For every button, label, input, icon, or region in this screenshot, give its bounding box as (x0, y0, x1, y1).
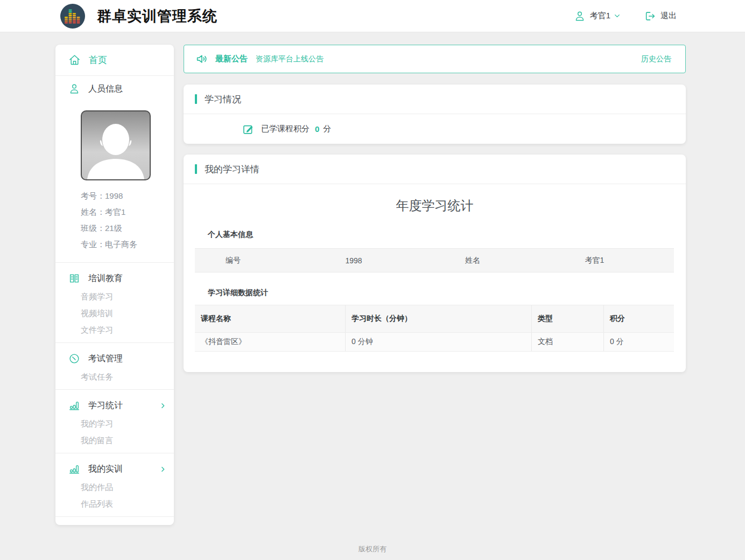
sidebar-item-my-messages[interactable]: 我的留言 (55, 432, 174, 449)
sidebar-item-exam-management[interactable]: 考试管理 (55, 349, 174, 368)
profile-field-id: 考号：1998 (81, 188, 174, 204)
accent-bar (195, 94, 197, 104)
sidebar-item-my-works[interactable]: 我的作品 (55, 479, 174, 495)
sidebar-item-my-learning[interactable]: 我的学习 (55, 415, 174, 432)
menu-label: 学习统计 (88, 400, 123, 411)
learning-detail-title: 我的学习详情 (205, 163, 259, 176)
chevron-right-icon (159, 402, 166, 409)
annual-report-title: 年度学习统计 (184, 197, 686, 214)
sidebar-item-profile[interactable]: 人员信息 (55, 76, 174, 102)
table-header-row: 课程名称 学习时长（分钟） 类型 积分 (195, 305, 674, 332)
credit-value: 0 (315, 124, 319, 134)
speaker-icon (195, 52, 209, 66)
column-header-points: 积分 (604, 305, 674, 332)
logout-button[interactable]: 退出 (644, 10, 677, 22)
learning-detail-header: 我的学习详情 (184, 155, 686, 184)
basic-info-label: 个人基本信息 (208, 230, 674, 240)
history-announcements-link[interactable]: 历史公告 (641, 54, 671, 64)
edit-icon (242, 123, 254, 135)
sidebar-item-my-training[interactable]: 我的实训 (55, 459, 174, 479)
sidebar-item-exam-task[interactable]: 考试任务 (55, 368, 174, 385)
book-icon (68, 272, 80, 284)
profile-field-class: 班级：21级 (81, 220, 174, 236)
table-row: 《抖音雷区》 0 分钟 文档 0 分 (195, 332, 674, 351)
basic-info-cell: 1998 (315, 256, 435, 265)
logout-label: 退出 (660, 11, 677, 21)
sidebar-item-home[interactable]: 首页 (55, 45, 174, 75)
sidebar-section-exam: 考试管理 考试任务 (55, 343, 174, 389)
cell-duration: 0 分钟 (346, 333, 532, 351)
menu-label: 我的实训 (88, 464, 123, 475)
learning-status-body: 已学课程积分 0 分 (184, 114, 686, 144)
latest-announcement-label: 最新公告 (215, 54, 248, 64)
user-menu[interactable]: 考官1 (574, 10, 621, 22)
sidebar-profile-section: 人员信息 考号：1998 姓名：考官1 班级：21级 专业：电子商务 (55, 76, 174, 262)
basic-info-row: 编号 1998 姓名 考官1 (195, 248, 674, 272)
top-header: 群卓实训管理系统 考官1 (0, 0, 745, 32)
column-header-type: 类型 (532, 305, 604, 332)
column-header-duration: 学习时长（分钟） (346, 305, 532, 332)
profile-label: 人员信息 (88, 83, 123, 95)
learning-status-card: 学习情况 已学课程积分 0 分 (184, 85, 686, 144)
page-body: 首页 人员信息 (0, 32, 745, 525)
basic-info-cell: 编号 (195, 256, 315, 265)
cell-type: 文档 (532, 333, 604, 351)
profile-field-name: 姓名：考官1 (81, 204, 174, 220)
sidebar-item-file-learning[interactable]: 文件学习 (55, 321, 174, 338)
profile-fields: 考号：1998 姓名：考官1 班级：21级 专业：电子商务 (81, 188, 174, 253)
sidebar-item-works-list[interactable]: 作品列表 (55, 495, 174, 512)
sidebar-section-training: 培训教育 音频学习 视频培训 文件学习 (55, 263, 174, 342)
cell-points: 0 分 (604, 333, 674, 351)
learning-status-title: 学习情况 (205, 93, 241, 106)
sidebar: 首页 人员信息 (55, 45, 174, 525)
avatar (81, 110, 151, 180)
main-content: 最新公告 资源库平台上线公告 历史公告 学习情况 已学课程积分 0 分 (184, 45, 686, 372)
app-title: 群卓实训管理系统 (97, 6, 217, 26)
person-icon (68, 83, 80, 95)
copyright-label: 版权所有 (0, 544, 745, 554)
menu-label: 培训教育 (88, 273, 123, 284)
basic-info-cell: 考官1 (554, 256, 674, 265)
sidebar-item-learning-stats[interactable]: 学习统计 (55, 396, 174, 415)
user-name: 考官1 (590, 11, 610, 21)
logout-icon (644, 10, 656, 22)
profile-field-major: 专业：电子商务 (81, 236, 174, 253)
learning-status-header: 学习情况 (184, 85, 686, 114)
detail-inner: 个人基本信息 编号 1998 姓名 考官1 学习详细数据统计 课程名称 学习时长… (184, 230, 686, 352)
stats-label: 学习详细数据统计 (208, 288, 674, 298)
announcement-link[interactable]: 资源库平台上线公告 (256, 54, 324, 64)
clock-icon (68, 353, 80, 365)
credit-label: 已学课程积分 (261, 124, 310, 134)
sidebar-item-video-training[interactable]: 视频培训 (55, 305, 174, 321)
user-icon (574, 10, 586, 22)
credit-unit: 分 (323, 124, 331, 134)
accent-bar (195, 164, 197, 174)
bar-chart-icon (68, 400, 80, 411)
column-header-course: 课程名称 (195, 305, 346, 332)
sidebar-home-label: 首页 (89, 54, 107, 66)
basic-info-cell: 姓名 (434, 256, 554, 265)
sidebar-section-my-training: 我的实训 我的作品 作品列表 (55, 453, 174, 516)
chevron-down-icon (614, 12, 621, 19)
home-icon (68, 54, 81, 66)
learning-stats-table: 课程名称 学习时长（分钟） 类型 积分 《抖音雷区》 0 分钟 文档 0 分 (195, 305, 674, 352)
sidebar-item-training[interactable]: 培训教育 (55, 269, 174, 288)
menu-label: 考试管理 (88, 353, 123, 365)
sidebar-item-audio-learning[interactable]: 音频学习 (55, 288, 174, 305)
page-footer: 版权所有 ©Copyright 2009 - 2020. 56sucai.com… (0, 544, 745, 560)
chevron-right-icon (159, 466, 166, 473)
sidebar-bottom-spacer (55, 517, 174, 525)
header-right: 考官1 退出 (574, 10, 677, 22)
bar-chart-icon (68, 463, 80, 475)
app-logo-icon (60, 4, 85, 29)
learning-detail-card: 我的学习详情 年度学习统计 个人基本信息 编号 1998 姓名 考官1 学习详细… (184, 155, 686, 372)
announcement-bar: 最新公告 资源库平台上线公告 历史公告 (184, 45, 686, 73)
cell-course-name: 《抖音雷区》 (195, 333, 346, 351)
sidebar-section-learning-stats: 学习统计 我的学习 我的留言 (55, 390, 174, 453)
